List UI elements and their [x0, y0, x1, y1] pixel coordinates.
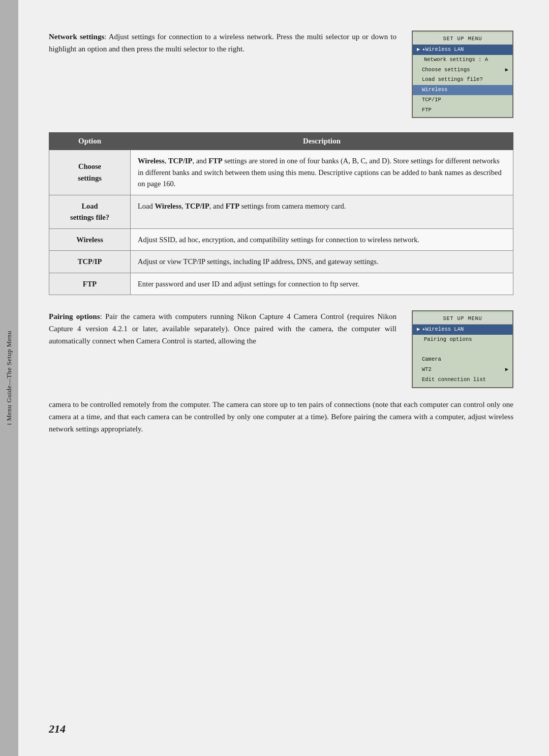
desc-ftp: Enter password and user ID and adjust se…: [131, 273, 513, 295]
pairing-options-body: : Pair the camera with computers running…: [49, 312, 396, 345]
options-table: Option Description Choosesettings Wirele…: [49, 132, 513, 295]
pairing-options-heading: Pairing options: [49, 312, 100, 321]
table-row: FTP Enter password and user ID and adjus…: [49, 273, 513, 295]
network-settings-heading: Network settings: [49, 33, 104, 41]
table-row: Wireless Adjust SSID, ad hoc, encryption…: [49, 228, 513, 250]
table-header-option: Option: [49, 133, 131, 150]
table-row: Choosesettings Wireless, TCP/IP, and FTP…: [49, 150, 513, 195]
desc-load-settings: Load Wireless, TCP/IP, and FTP settings …: [131, 195, 513, 228]
option-ftp: FTP: [49, 273, 131, 295]
lcd-screen-1: SET UP MENU ▶✦Wireless LAN Network setti…: [412, 31, 513, 118]
lcd-screen-2: SET UP MENU ▶✦Wireless LAN Pairing optio…: [412, 310, 513, 388]
lcd1-row-network-settings: Network settings : A: [413, 55, 512, 65]
lcd2-row-wireless-lan: ▶✦Wireless LAN: [413, 325, 512, 335]
lcd2-row-edit-connection: Edit connection list: [413, 375, 512, 385]
option-choose-settings: Choosesettings: [49, 150, 131, 195]
desc-choose-settings: Wireless, TCP/IP, and FTP settings are s…: [131, 150, 513, 195]
pairing-options-text: Pairing options: Pair the camera with co…: [49, 310, 396, 347]
lcd1-title: SET UP MENU: [413, 34, 512, 45]
lcd1-row-load-settings: Load settings file?: [413, 75, 512, 85]
sidebar-label: i Menu Guide—The Setup Menu: [5, 331, 13, 425]
bottom-section: Pairing options: Pair the camera with co…: [49, 310, 513, 388]
lcd1-row-ftp: FTP: [413, 105, 512, 115]
lcd1-row-wireless-lan: ▶✦Wireless LAN: [413, 45, 512, 55]
desc-wireless: Adjust SSID, ad hoc, encryption, and com…: [131, 228, 513, 250]
table-row: Loadsettings file? Load Wireless, TCP/IP…: [49, 195, 513, 228]
main-content: Network settings: Adjust settings for co…: [18, 0, 549, 756]
lcd2-row-empty: [413, 345, 512, 355]
lcd2-title: SET UP MENU: [413, 313, 512, 325]
page-number: 214: [49, 722, 66, 736]
table-row: TCP/IP Adjust or view TCP/IP settings, i…: [49, 251, 513, 273]
option-load-settings: Loadsettings file?: [49, 195, 131, 228]
top-section: Network settings: Adjust settings for co…: [49, 31, 513, 118]
lcd1-row-choose-settings: Choose settings▶: [413, 65, 512, 75]
network-settings-text: Network settings: Adjust settings for co…: [49, 31, 396, 55]
option-tcpip: TCP/IP: [49, 251, 131, 273]
option-wireless: Wireless: [49, 228, 131, 250]
lcd1-row-tcpip: TCP/IP: [413, 95, 512, 105]
lcd2-row-camera: Camera: [413, 355, 512, 365]
desc-tcpip: Adjust or view TCP/IP settings, includin…: [131, 251, 513, 273]
lcd2-row-wt2: WT2▶: [413, 365, 512, 375]
lcd1-row-wireless: Wireless: [413, 85, 512, 95]
lcd2-row-pairing-options: Pairing options: [413, 335, 512, 345]
table-header-description: Description: [131, 133, 513, 150]
bottom-text-continuation: camera to be controlled remotely from th…: [49, 398, 513, 435]
sidebar-tab: i Menu Guide—The Setup Menu: [0, 0, 18, 756]
